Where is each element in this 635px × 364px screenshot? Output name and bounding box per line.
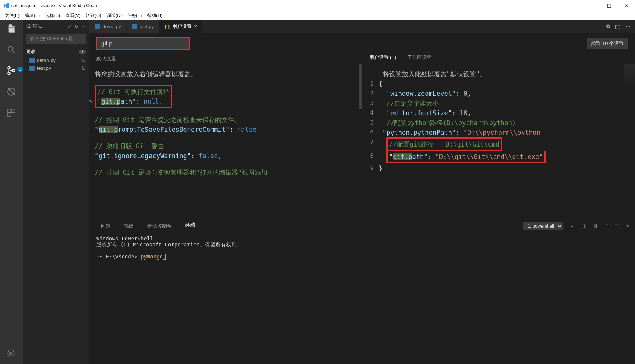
menubar: 文件(E) 编辑(E) 选择(S) 查看(V) 转到(G) 调试(D) 任务(T… [0, 11, 635, 20]
highlight-git-path: // Git 可执行文件路径 "git.path": null, [95, 85, 172, 108]
python-icon [29, 58, 35, 63]
split-terminal-icon[interactable]: ▯▯ [581, 223, 587, 229]
maximize-button[interactable]: ☐ [600, 0, 618, 11]
menu-tasks[interactable]: 任务(T) [125, 12, 144, 20]
commit-message-input[interactable]: 消息 (按 Ctrl+Enter 提 [26, 34, 86, 44]
python-icon [132, 24, 137, 29]
python-icon [95, 24, 100, 29]
settings-search-input[interactable] [96, 37, 190, 50]
panel-tab-terminal[interactable]: 终端 [185, 222, 195, 230]
vscode-logo-icon [3, 3, 9, 9]
braces-icon: { } [165, 24, 170, 29]
minimize-button[interactable]: ─ [583, 0, 600, 11]
explorer-icon[interactable] [6, 23, 17, 34]
commit-check-icon[interactable]: ✓ [68, 24, 71, 29]
search-icon[interactable] [6, 44, 17, 55]
split-editor-icon[interactable]: ▯▯ [615, 24, 620, 29]
more-icon[interactable]: ⋯ [81, 24, 86, 29]
svg-rect-13 [95, 24, 100, 29]
menu-view[interactable]: 查看(V) [63, 12, 83, 20]
file-row-test[interactable]: test.py U [23, 64, 89, 72]
file-name: test.py [37, 65, 80, 71]
source-control-icon[interactable]: 2 [6, 65, 17, 76]
user-settings-pane[interactable]: 将设置放入此处以覆盖"默认设置"。 1{ 2 "window.zoomLevel… [362, 64, 635, 219]
svg-point-2 [8, 66, 10, 69]
tab-demo[interactable]: demo.py [89, 20, 126, 33]
default-settings-tab[interactable]: 默认设置 [96, 56, 116, 62]
svg-rect-7 [8, 109, 11, 112]
terminal-select[interactable]: 1: powershell [523, 222, 563, 230]
right-hint: 将设置放入此处以覆盖"默认设置"。 [362, 69, 626, 79]
sidebar-title: 源代码... [26, 23, 44, 30]
tab-label: 用户设置 [172, 23, 192, 30]
file-status: U [82, 57, 86, 63]
maximize-panel-icon[interactable]: ▢ [614, 223, 619, 229]
menu-go[interactable]: 转到(G) [83, 12, 103, 20]
changes-label: 更改 [26, 48, 35, 55]
close-window-button[interactable]: ✕ [618, 0, 635, 11]
tab-user-settings[interactable]: { } 用户设置 × [159, 20, 202, 33]
extensions-icon[interactable] [6, 107, 17, 118]
menu-edit[interactable]: 编辑(E) [23, 12, 42, 20]
panel-tab-problems[interactable]: 问题 [101, 223, 111, 230]
settings-gear-icon[interactable] [6, 349, 16, 358]
close-panel-icon[interactable]: ✕ [626, 223, 630, 229]
menu-selection[interactable]: 选择(S) [43, 12, 62, 20]
editor-area: demo.py test.py { } 用户设置 × ⧉ ▯▯ ⋯ 找到 19 … [89, 20, 635, 364]
term-prompt: PS F:\vscode> pymongo [96, 254, 628, 260]
panel-tab-output[interactable]: 输出 [124, 223, 134, 230]
panel: 问题 输出 调试控制台 终端 1: powershell ＋ ▯▯ 🗑 ˄ ▢ … [89, 219, 635, 364]
tab-label: demo.py [102, 24, 121, 29]
user-settings-tab[interactable]: 用户设置 (1) [369, 54, 396, 61]
default-settings-pane[interactable]: 将您的设置放入右侧编辑器以覆盖。 ✎ // Git 可执行文件路径 "git.p… [89, 64, 362, 219]
highlight-git-path-right: //配置git路径 D:\git\Git\cmd [386, 137, 502, 151]
changes-count: 2 [79, 50, 86, 54]
chevron-up-icon[interactable]: ˄ [605, 223, 608, 229]
menu-debug[interactable]: 调试(D) [104, 12, 124, 20]
tab-label: test.py [139, 24, 154, 29]
edit-pencil-icon[interactable]: ✎ [89, 96, 92, 106]
svg-rect-11 [29, 58, 35, 63]
term-line: 版权所有 (C) Microsoft Corporation。保留所有权利。 [96, 242, 628, 248]
window-title: settings.json - vscode - Visual Studio C… [11, 3, 583, 8]
close-tab-icon[interactable]: × [194, 23, 197, 29]
highlight-git-path-right-b: "git.path": "D:\\git\\Git\\cmd\\git.exe" [386, 151, 546, 163]
svg-rect-14 [132, 24, 137, 29]
refresh-icon[interactable]: ↻ [74, 24, 78, 29]
sidebar: 源代码... ✓ ↻ ⋯ 消息 (按 Ctrl+Enter 提 更改 2 dem… [23, 20, 89, 364]
new-terminal-icon[interactable]: ＋ [570, 223, 574, 230]
scrollbar[interactable] [359, 64, 362, 109]
more-actions-icon[interactable]: ⋯ [626, 24, 630, 29]
left-hint: 将您的设置放入右侧编辑器以覆盖。 [95, 69, 353, 79]
menu-help[interactable]: 帮助(H) [145, 12, 165, 20]
settings-found-label: 找到 19 个设置 [587, 38, 628, 49]
debug-icon[interactable] [6, 86, 17, 97]
svg-rect-9 [8, 113, 11, 116]
activity-bar: 2 [0, 20, 23, 364]
cursor-icon [163, 254, 166, 260]
minimap[interactable] [624, 64, 635, 90]
svg-point-10 [10, 352, 12, 355]
tab-test[interactable]: test.py [127, 20, 159, 33]
svg-line-1 [12, 51, 15, 53]
svg-rect-8 [12, 109, 15, 112]
python-icon [29, 66, 35, 71]
open-aside-icon[interactable]: ⧉ [606, 23, 610, 29]
term-line: Windows PowerShell [96, 236, 628, 242]
svg-point-0 [8, 46, 13, 51]
workspace-settings-tab[interactable]: 工作区设置 [407, 54, 432, 61]
file-status: U [82, 65, 86, 71]
file-name: demo.py [37, 57, 80, 63]
scm-badge: 2 [17, 67, 23, 72]
file-row-demo[interactable]: demo.py U [23, 56, 89, 64]
kill-terminal-icon[interactable]: 🗑 [593, 223, 598, 229]
svg-rect-12 [29, 66, 35, 71]
menu-file[interactable]: 文件(E) [2, 12, 22, 20]
svg-line-6 [8, 88, 14, 95]
terminal[interactable]: Windows PowerShell 版权所有 (C) Microsoft Co… [89, 233, 635, 364]
svg-point-3 [8, 72, 10, 75]
tab-row: demo.py test.py { } 用户设置 × ⧉ ▯▯ ⋯ [89, 20, 635, 33]
panel-tab-debug-console[interactable]: 调试控制台 [147, 223, 172, 230]
svg-point-4 [12, 69, 15, 72]
titlebar: settings.json - vscode - Visual Studio C… [0, 0, 635, 11]
